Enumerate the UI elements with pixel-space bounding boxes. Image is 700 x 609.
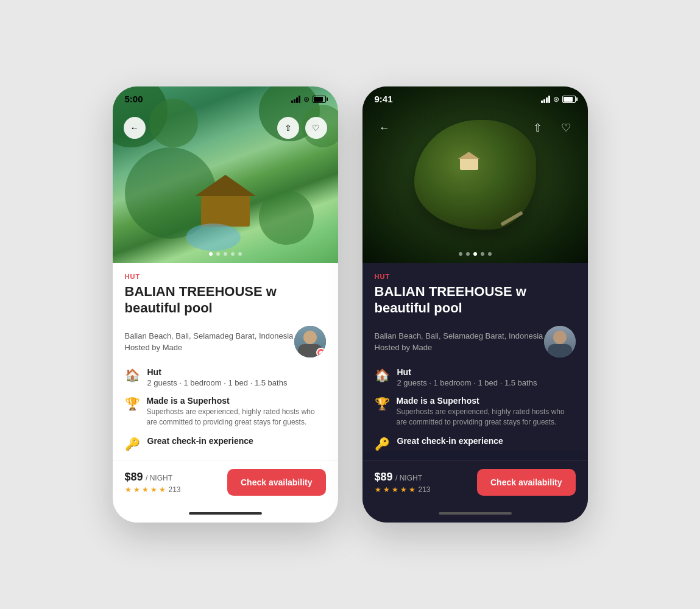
wifi-icon-light: ⊛ (303, 95, 309, 104)
star5-dark: ★ (409, 485, 415, 494)
property-title-dark: BALIAN TREEHOUSE w beautiful pool (375, 284, 576, 316)
star3-dark: ★ (392, 485, 398, 494)
phones-container: 5:00 ⊛ (88, 62, 612, 546)
stars-row-light: ★ ★ ★ ★ ★ 213 (125, 485, 181, 494)
location-dark: Balian Beach, Bali, Selamadeg Barat, Ind… (375, 330, 543, 342)
star2-dark: ★ (383, 485, 390, 494)
per-night-light: / NIGHT (146, 474, 172, 482)
hut-feature-dark: 🏠 Hut 2 guests · 1 bedroom · 1 bed · 1.5… (375, 367, 576, 387)
hero-image-dark: ← ⇧ ♡ (362, 86, 588, 263)
hut-type-light: Hut (147, 367, 288, 377)
star1-dark: ★ (375, 485, 381, 494)
status-icons-dark: ⊛ (541, 95, 576, 104)
host-info-light: Balian Beach, Bali, Selamadeg Barat, Ind… (125, 330, 294, 354)
dot-4-light (238, 252, 242, 256)
checkin-feature-light: 🔑 Great check-in experience (125, 436, 326, 451)
dot-1-dark (466, 252, 470, 256)
star4-light: ★ (150, 485, 157, 494)
home-bar-light (189, 512, 262, 515)
price-main-light: $89 / NIGHT (125, 471, 181, 484)
status-icons-light: ⊛ (291, 95, 326, 104)
home-indicator-light (113, 504, 338, 523)
hut-details-dark: 2 guests · 1 bedroom · 1 bed · 1.5 baths (397, 378, 537, 387)
dot-1-light (216, 252, 220, 256)
wifi-icon-dark: ⊛ (553, 95, 559, 104)
avatar-badge-light (316, 348, 326, 357)
price-main-dark: $89 / NIGHT (375, 471, 431, 484)
dot-2-light (224, 252, 227, 256)
signal-bars-light (291, 96, 300, 103)
status-bar-dark: 9:41 ⊛ (362, 86, 588, 107)
share-icon-dark[interactable]: ⇧ (527, 117, 549, 139)
phone-light: 5:00 ⊛ (113, 86, 338, 522)
hosted-by-light: Hosted by Made (125, 342, 294, 354)
hut-type-dark: Hut (397, 367, 537, 377)
superhost-title-light: Made is a Superhost (147, 396, 326, 406)
avatar-light (294, 326, 326, 357)
hero-image-light: ← ⇧ ♡ (113, 86, 338, 263)
dot-3-light (231, 252, 235, 256)
dot-0-light (209, 252, 213, 256)
superhost-title-dark: Made is a Superhost (397, 396, 576, 406)
per-night-dark: / NIGHT (395, 474, 422, 482)
hut-feature-light: 🏠 Hut 2 guests · 1 bedroom · 1 bed · 1.5… (125, 367, 326, 387)
back-icon-light[interactable]: ← (124, 117, 146, 139)
dot-4-dark (488, 252, 492, 256)
superhost-feature-dark: 🏆 Made is a Superhost Superhosts are exp… (375, 396, 576, 428)
host-row-dark: Balian Beach, Bali, Selamadeg Barat, Ind… (375, 326, 576, 357)
star4-dark: ★ (400, 485, 407, 494)
star1-light: ★ (125, 485, 132, 494)
content-light: HUT BALIAN TREEHOUSE w beautiful pool Ba… (113, 263, 338, 451)
status-time-light: 5:00 (125, 94, 143, 104)
status-bar-light: 5:00 ⊛ (113, 86, 338, 107)
share-icon-light[interactable]: ⇧ (277, 117, 299, 139)
stars-row-dark: ★ ★ ★ ★ ★ 213 (375, 485, 431, 494)
checkin-label-dark: Great check-in experience (397, 436, 503, 446)
host-info-dark: Balian Beach, Bali, Selamadeg Barat, Ind… (375, 330, 543, 354)
dot-2-dark (473, 252, 477, 256)
review-count-dark: 213 (419, 485, 431, 494)
superhost-desc-light: Superhosts are experienced, highly rated… (147, 407, 326, 428)
hut-icon-dark: 🏠 (375, 368, 390, 382)
price-section-light: $89 / NIGHT ★ ★ ★ ★ ★ 213 (125, 471, 181, 494)
status-time-dark: 9:41 (375, 94, 393, 104)
dot-3-dark (481, 252, 484, 256)
star5-light: ★ (159, 485, 166, 494)
hut-icon-light: 🏠 (125, 368, 140, 382)
signal-bars-dark (541, 96, 550, 103)
home-bar-dark (439, 512, 512, 515)
back-icon-dark[interactable]: ← (373, 117, 395, 139)
star3-light: ★ (142, 485, 149, 494)
hero-nav-light: ← ⇧ ♡ (113, 117, 338, 139)
avatar-dark (544, 326, 576, 357)
star2-light: ★ (133, 485, 140, 494)
dots-dark (459, 252, 492, 256)
home-indicator-dark (362, 504, 588, 523)
property-type-dark: HUT (375, 273, 576, 280)
hut-details-light: 2 guests · 1 bedroom · 1 bed · 1.5 baths (147, 378, 288, 387)
checkin-feature-dark: 🔑 Great check-in experience (375, 436, 576, 451)
superhost-icon-light: 🏆 (125, 396, 140, 411)
check-availability-button-light[interactable]: Check availability (227, 469, 326, 496)
hero-nav-dark: ← ⇧ ♡ (362, 117, 588, 139)
price-section-dark: $89 / NIGHT ★ ★ ★ ★ ★ 213 (375, 471, 431, 494)
checkin-icon-dark: 🔑 (375, 437, 390, 451)
location-light: Balian Beach, Bali, Selamadeg Barat, Ind… (125, 330, 294, 342)
dot-0-dark (459, 252, 462, 256)
bottom-bar-light: $89 / NIGHT ★ ★ ★ ★ ★ 213 Check availabi… (113, 460, 338, 504)
property-type-light: HUT (125, 273, 326, 280)
heart-icon-light[interactable]: ♡ (305, 117, 327, 139)
dots-light (209, 252, 242, 256)
checkin-icon-light: 🔑 (125, 437, 140, 451)
content-dark: HUT BALIAN TREEHOUSE w beautiful pool Ba… (362, 263, 588, 451)
hosted-by-dark: Hosted by Made (375, 342, 543, 354)
bottom-bar-dark: $89 / NIGHT ★ ★ ★ ★ ★ 213 Check availabi… (362, 460, 588, 504)
superhost-feature-light: 🏆 Made is a Superhost Superhosts are exp… (125, 396, 326, 428)
heart-icon-dark[interactable]: ♡ (555, 117, 577, 139)
check-availability-button-dark[interactable]: Check availability (477, 469, 576, 496)
review-count-light: 213 (169, 485, 181, 494)
battery-icon-light (313, 96, 326, 103)
checkin-label-light: Great check-in experience (147, 436, 253, 446)
host-row-light: Balian Beach, Bali, Selamadeg Barat, Ind… (125, 326, 326, 357)
superhost-icon-dark: 🏆 (375, 396, 389, 411)
